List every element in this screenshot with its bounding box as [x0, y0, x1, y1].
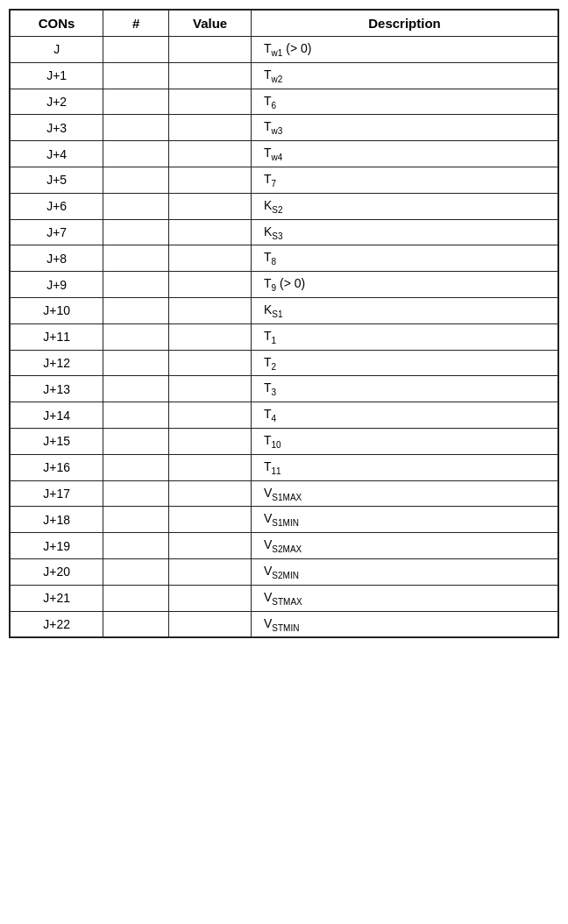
cell-num: [103, 115, 169, 141]
cell-cons: J+7: [11, 219, 103, 245]
cell-cons: J+18: [11, 507, 103, 533]
cell-num: [103, 141, 169, 167]
cell-num: [103, 480, 169, 507]
cell-cons: J+22: [11, 611, 103, 637]
header-desc: Description: [252, 11, 558, 37]
cell-desc: VS1MAX: [252, 480, 558, 507]
cell-desc: KS1: [252, 297, 558, 323]
cell-cons: J+6: [11, 193, 103, 219]
cell-cons: J+1: [11, 62, 103, 89]
table-row: J+2T6: [11, 89, 558, 115]
cell-cons: J+9: [11, 272, 103, 298]
table-row: JTw1 (> 0): [11, 37, 558, 63]
cons-table: CONs # Value Description JTw1 (> 0)J+1Tw…: [10, 10, 558, 637]
cell-value: [169, 297, 252, 323]
cell-value: [169, 37, 252, 63]
cell-value: [169, 141, 252, 167]
cell-num: [103, 272, 169, 298]
table-row: J+4Tw4: [11, 141, 558, 167]
cell-num: [103, 507, 169, 533]
cell-desc: T6: [252, 89, 558, 115]
cell-cons: J+11: [11, 323, 103, 350]
cell-desc: T8: [252, 245, 558, 272]
cell-value: [169, 533, 252, 559]
table-row: J+19VS2MAX: [11, 533, 558, 559]
cell-cons: J+15: [11, 428, 103, 454]
cell-value: [169, 62, 252, 89]
table-row: J+13T3: [11, 376, 558, 402]
cell-num: [103, 323, 169, 350]
header-value: Value: [169, 11, 252, 37]
table-row: J+7KS3: [11, 219, 558, 245]
cell-desc: T10: [252, 428, 558, 454]
cell-cons: J+21: [11, 585, 103, 611]
cell-num: [103, 89, 169, 115]
cell-value: [169, 376, 252, 402]
cell-desc: VSTMIN: [252, 611, 558, 637]
cell-value: [169, 167, 252, 193]
cell-value: [169, 89, 252, 115]
cell-value: [169, 245, 252, 272]
cell-cons: J+8: [11, 245, 103, 272]
cell-value: [169, 428, 252, 454]
table-row: J+10KS1: [11, 297, 558, 323]
cell-value: [169, 480, 252, 507]
cell-num: [103, 454, 169, 480]
cell-value: [169, 193, 252, 219]
cell-num: [103, 585, 169, 611]
cell-desc: T4: [252, 402, 558, 429]
cell-num: [103, 62, 169, 89]
cell-desc: Tw3: [252, 115, 558, 141]
header-num: #: [103, 11, 169, 37]
cell-desc: T9 (> 0): [252, 272, 558, 298]
cell-num: [103, 167, 169, 193]
table-row: J+5T7: [11, 167, 558, 193]
table-row: J+9T9 (> 0): [11, 272, 558, 298]
cell-cons: J+3: [11, 115, 103, 141]
cell-cons: J+10: [11, 297, 103, 323]
table-row: J+3Tw3: [11, 115, 558, 141]
cell-value: [169, 585, 252, 611]
cell-cons: J+19: [11, 533, 103, 559]
cell-num: [103, 428, 169, 454]
cell-num: [103, 376, 169, 402]
cell-cons: J+4: [11, 141, 103, 167]
cell-cons: J+20: [11, 558, 103, 585]
cell-cons: J+17: [11, 480, 103, 507]
table-row: J+22VSTMIN: [11, 611, 558, 637]
table-row: J+6KS2: [11, 193, 558, 219]
cell-value: [169, 219, 252, 245]
cell-cons: J+2: [11, 89, 103, 115]
cell-cons: J: [11, 37, 103, 63]
cell-desc: KS2: [252, 193, 558, 219]
table-row: J+21VSTMAX: [11, 585, 558, 611]
cell-cons: J+13: [11, 376, 103, 402]
table-row: J+1Tw2: [11, 62, 558, 89]
cell-desc: T3: [252, 376, 558, 402]
cell-value: [169, 454, 252, 480]
cell-value: [169, 558, 252, 585]
cell-desc: T11: [252, 454, 558, 480]
table-row: J+17VS1MAX: [11, 480, 558, 507]
cell-desc: VS1MIN: [252, 507, 558, 533]
cell-desc: T7: [252, 167, 558, 193]
cell-desc: T2: [252, 350, 558, 376]
table-row: J+8T8: [11, 245, 558, 272]
cell-desc: Tw1 (> 0): [252, 37, 558, 63]
cell-cons: J+12: [11, 350, 103, 376]
cell-cons: J+14: [11, 402, 103, 429]
table-row: J+16T11: [11, 454, 558, 480]
cell-value: [169, 611, 252, 637]
cell-num: [103, 350, 169, 376]
main-table-container: CONs # Value Description JTw1 (> 0)J+1Tw…: [9, 9, 559, 638]
cell-desc: KS3: [252, 219, 558, 245]
cell-desc: VS2MAX: [252, 533, 558, 559]
table-row: J+11T1: [11, 323, 558, 350]
table-row: J+14T4: [11, 402, 558, 429]
cell-num: [103, 558, 169, 585]
table-body: JTw1 (> 0)J+1Tw2J+2T6J+3Tw3J+4Tw4J+5T7J+…: [11, 37, 558, 637]
cell-desc: VSTMAX: [252, 585, 558, 611]
cell-desc: VS2MIN: [252, 558, 558, 585]
table-row: J+18VS1MIN: [11, 507, 558, 533]
cell-num: [103, 245, 169, 272]
